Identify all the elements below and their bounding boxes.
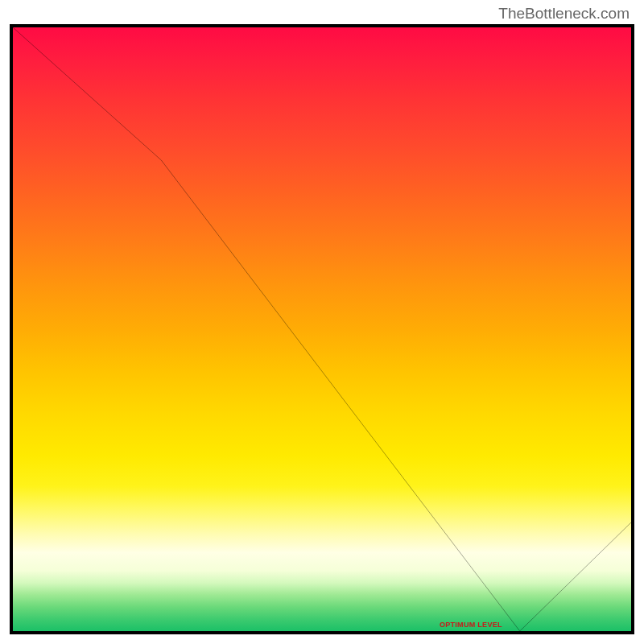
chart-plot-area: OPTIMUM LEVEL [10, 24, 634, 634]
chart-line-svg [13, 27, 631, 631]
chart-series-line [13, 27, 631, 631]
watermark-text: TheBottleneck.com [498, 5, 630, 23]
optimum-marker-label: OPTIMUM LEVEL [440, 621, 502, 629]
